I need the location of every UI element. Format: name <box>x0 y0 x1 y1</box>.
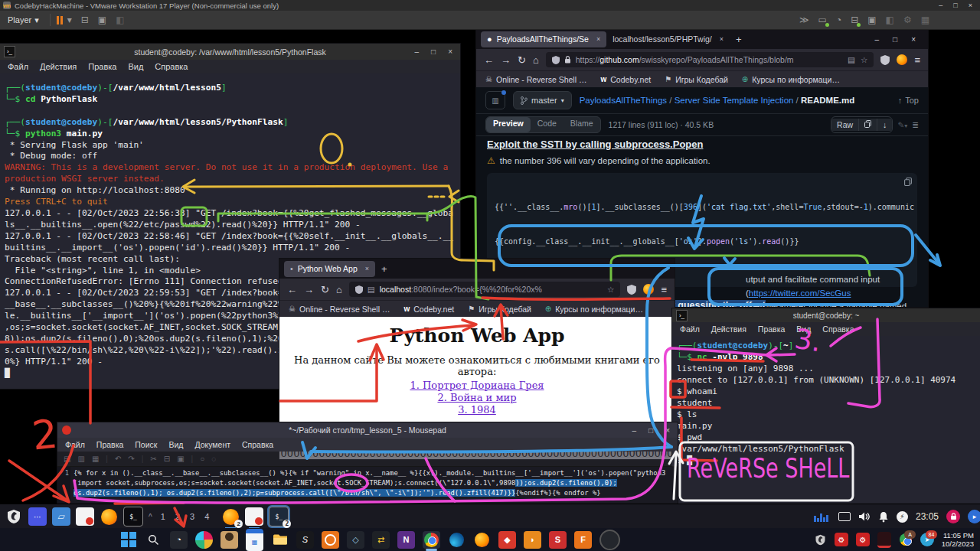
app-onenote-icon[interactable]: N <box>397 531 415 549</box>
close-button[interactable]: × <box>911 35 916 44</box>
forward-button[interactable]: → <box>304 284 314 295</box>
forward-button[interactable]: → <box>501 54 511 66</box>
bookmark-codeby[interactable]: wCodeby.net <box>403 305 454 314</box>
tab-code[interactable]: Code <box>531 117 564 132</box>
editor-text[interactable]: {% for x in ().__class__.__base__.__subc… <box>70 467 678 504</box>
outline-icon[interactable]: ≣ <box>912 120 919 129</box>
netcat-terminal-output[interactable]: ┌──(student@codeby)-[~]└─$ nc -nvlp 9898… <box>672 336 980 505</box>
firefox-account-icon[interactable] <box>897 54 907 65</box>
flask-terminal-titlebar[interactable]: ›_ student@codeby: /var/www/html/lesson5… <box>0 44 460 60</box>
edit-file-icon[interactable]: ✎▾ <box>897 120 907 129</box>
taskbar-terminal-window[interactable]: $_2 <box>269 507 289 527</box>
book-link-2[interactable]: 2. Война и мир <box>279 392 675 404</box>
maximize-button[interactable]: □ <box>893 35 897 44</box>
screen-lock-icon[interactable] <box>946 510 960 523</box>
display-icon[interactable]: ▦ <box>921 15 929 25</box>
app-clock-icon[interactable] <box>322 531 339 549</box>
app-virtualbox-icon[interactable]: ◇ <box>347 531 364 549</box>
close-button[interactable]: × <box>665 426 670 435</box>
save-file-icon[interactable]: ▦ <box>92 455 99 463</box>
fullscreen-icon[interactable]: ▣ <box>98 15 106 25</box>
tracking-shield-icon[interactable] <box>552 56 560 64</box>
panel-chevron-icon[interactable]: ^ <box>149 513 152 521</box>
home-button[interactable]: ⌂ <box>336 284 342 295</box>
search-replace-icon[interactable]: ◌ <box>211 455 216 463</box>
file-tree-toggle-button[interactable]: ▥ <box>485 91 505 109</box>
book-link-3[interactable]: 3. 1984 <box>279 404 675 416</box>
app-calendar-icon[interactable]: ▦ <box>246 529 263 551</box>
tray-kali-icon[interactable] <box>813 533 827 546</box>
power-manager-icon[interactable]: ⚡ <box>897 511 908 523</box>
file-explorer-icon[interactable] <box>271 531 289 549</box>
menu-help[interactable]: Справка <box>242 440 273 449</box>
menu-file[interactable]: Файл <box>8 62 28 71</box>
menu-file[interactable]: Файл <box>680 324 700 334</box>
copy-icon[interactable]: ⊟ <box>164 455 170 463</box>
maximize-button[interactable]: □ <box>431 47 436 56</box>
chrome-icon[interactable] <box>423 531 440 549</box>
menu-actions[interactable]: Действия <box>711 324 746 334</box>
app-notes-icon[interactable]: S <box>296 531 314 549</box>
app-lens-icon[interactable] <box>599 530 620 550</box>
url-bar[interactable]: https://github.com/swisskyrepo/PayloadsA… <box>546 52 874 67</box>
extension-shield-icon[interactable] <box>880 55 890 65</box>
menu-help[interactable]: Справка <box>822 324 854 334</box>
logout-icon[interactable]: ▸ <box>968 510 980 523</box>
display-icon[interactable] <box>838 512 851 521</box>
mousepad-titlebar[interactable]: *~/Рабочий стол/tmp_lesson_5 - Mousepad … <box>57 422 678 438</box>
reload-button[interactable]: ↻ <box>321 284 329 295</box>
menu-actions[interactable]: Действия <box>40 62 77 71</box>
workspace-switcher[interactable]: 1 2 3 4 <box>161 512 214 521</box>
back-button[interactable]: ← <box>484 54 494 66</box>
new-file-icon[interactable]: ▤ <box>64 455 70 463</box>
new-tab-button[interactable]: + <box>736 34 742 45</box>
firefox-launcher-icon[interactable] <box>100 507 118 526</box>
readme-heading-subprocess-popen[interactable]: Exploit the SSTI by calling subprocess.P… <box>487 139 928 150</box>
tab-close-icon[interactable]: × <box>720 35 724 43</box>
pause-vm-button[interactable] <box>57 16 63 24</box>
tab-payloadsallthethings[interactable]: ● PayloadsAllTheThings/Se × <box>481 31 606 47</box>
tray-gear1-icon[interactable]: ⚙ <box>835 533 848 546</box>
bookmark-star-icon[interactable]: ☆ <box>861 55 867 64</box>
bookmark-reverse-shell[interactable]: ☠Online - Reverse Shell … <box>289 305 390 314</box>
reader-mode-icon[interactable]: ▤ <box>848 55 855 64</box>
devices-expand-icon[interactable]: ≫ <box>799 15 809 25</box>
tab-blame[interactable]: Blame <box>564 117 600 132</box>
bookmark-star-icon[interactable]: ☆ <box>607 285 614 294</box>
notification-bell-icon[interactable] <box>878 511 889 523</box>
network-adapter-icon[interactable]: ⊟ <box>851 15 858 25</box>
start-button[interactable] <box>119 531 137 549</box>
home-button[interactable]: ⌂ <box>533 54 539 66</box>
player-menu-button[interactable]: Player▾ <box>0 15 44 25</box>
reload-button[interactable]: ↻ <box>518 54 526 66</box>
app-portrait-icon[interactable] <box>220 531 238 549</box>
menu-edit[interactable]: Правка <box>88 62 116 71</box>
file-manager-icon[interactable]: ▱ <box>52 507 70 526</box>
taskbar-firefox-window[interactable]: 2 <box>221 507 240 526</box>
app-speedtest-icon[interactable]: ◔ <box>170 531 188 549</box>
sound-icon[interactable]: ◧ <box>886 15 894 25</box>
vmware-minimize-button[interactable]: – <box>939 2 942 9</box>
send-ctrl-alt-del-icon[interactable]: ⊟ <box>81 15 89 25</box>
bookmark-reverse-shell[interactable]: ☠Online - Reverse Shell … <box>485 75 586 84</box>
mousepad-editor[interactable]: 1 {% for x in ().__class__.__base__.__su… <box>57 467 678 504</box>
menu-edit[interactable]: Правка <box>758 324 785 334</box>
vm-clock[interactable]: 23:05 <box>916 511 939 522</box>
menu-help[interactable]: Справка <box>155 62 188 71</box>
download-raw-icon[interactable]: ↓ <box>877 119 892 131</box>
branch-selector-button[interactable]: master▾ <box>513 91 572 109</box>
search-icon[interactable]: ○ <box>200 455 204 463</box>
copy-code-icon[interactable] <box>904 178 912 189</box>
app-fl-icon[interactable]: ◗ <box>524 531 541 549</box>
app-s-red-icon[interactable]: S <box>549 531 567 549</box>
terminal-launcher-icon[interactable]: $_ <box>123 507 143 527</box>
minimize-button[interactable]: – <box>415 47 420 56</box>
kali-menu-button[interactable] <box>5 507 23 526</box>
book-link-1[interactable]: 1. Портрет Дориана Грея <box>279 380 675 392</box>
tab-localhost-phptwig[interactable]: localhost/lesson5/PHPTwig/ × <box>606 31 730 47</box>
app-f-book-icon[interactable]: F <box>574 531 592 549</box>
breadcrumb-repo-link[interactable]: PayloadsAllTheThings <box>580 96 667 105</box>
usb-controller-icon[interactable]: ▣ <box>867 15 876 25</box>
menu-view[interactable]: Вид <box>128 62 143 71</box>
tab-close-icon[interactable]: × <box>596 35 600 43</box>
